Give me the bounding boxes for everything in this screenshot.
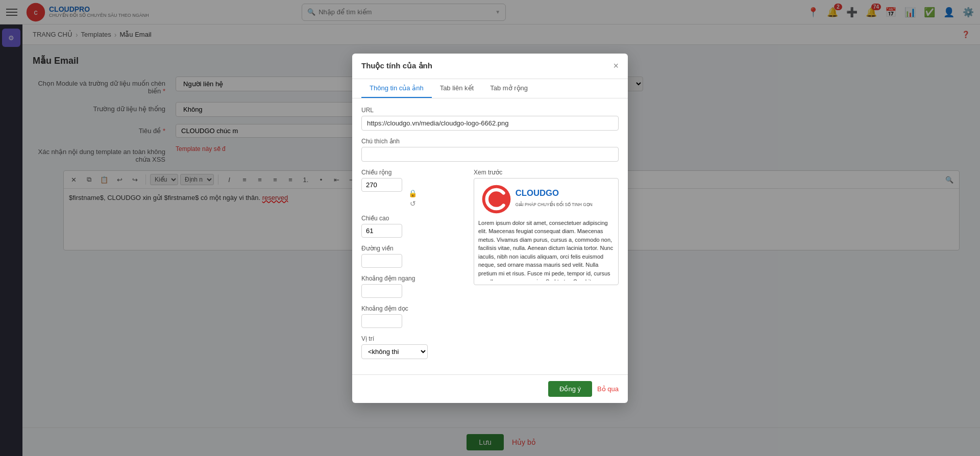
modal-overlay[interactable]: Thuộc tính của ảnh × Thông tin của ảnh T… bbox=[0, 0, 980, 24]
